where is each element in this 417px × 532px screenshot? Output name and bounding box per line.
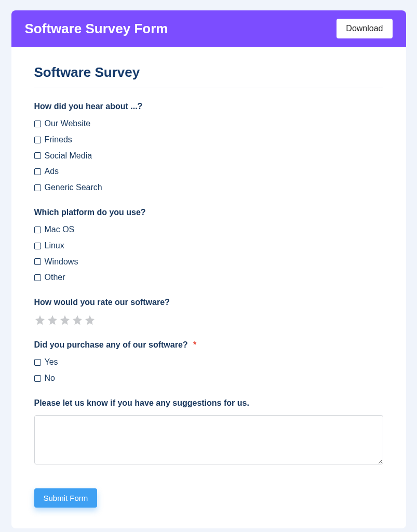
option-label: Social Media — [45, 151, 92, 162]
star-icon[interactable] — [34, 314, 46, 326]
star-rating — [34, 314, 383, 326]
option-row: Other — [34, 272, 383, 283]
question-label: Did you purchase any of our software? * — [34, 340, 383, 350]
option-label: Ads — [45, 166, 59, 177]
option-row: Linux — [34, 241, 383, 251]
star-icon[interactable] — [72, 314, 83, 326]
star-icon[interactable] — [59, 314, 71, 326]
option-row: Yes — [34, 357, 383, 368]
submit-button[interactable]: Submit Form — [34, 488, 98, 508]
option-label: Mac OS — [45, 224, 75, 235]
question-suggestions: Please let us know if you have any sugge… — [34, 398, 383, 467]
question-label: Which platform do you use? — [34, 208, 383, 217]
required-mark: * — [193, 340, 196, 349]
checkbox-linux[interactable] — [34, 243, 41, 249]
question-label: How would you rate our software? — [34, 298, 383, 307]
checkbox-other[interactable] — [34, 274, 41, 281]
checkbox-ads[interactable] — [34, 168, 41, 175]
survey-form-container: Software Survey Form Download Software S… — [11, 10, 406, 528]
checkbox-yes[interactable] — [34, 359, 41, 366]
option-row: Frineds — [34, 135, 383, 145]
question-label: How did you hear about ...? — [34, 102, 383, 111]
checkbox-no[interactable] — [34, 375, 41, 382]
form-title: Software Survey — [34, 64, 383, 87]
checkbox-windows[interactable] — [34, 258, 41, 265]
option-row: Our Website — [34, 118, 383, 129]
option-row: Mac OS — [34, 224, 383, 235]
checkbox-generic-search[interactable] — [34, 184, 41, 191]
question-purchase: Did you purchase any of our software? * … — [34, 340, 383, 384]
checkbox-friends[interactable] — [34, 137, 41, 143]
star-icon[interactable] — [47, 314, 58, 326]
question-label-text: Did you purchase any of our software? — [34, 340, 188, 349]
option-label: Linux — [45, 241, 64, 251]
option-label: Windows — [45, 257, 78, 268]
star-icon[interactable] — [84, 314, 96, 326]
option-label: Other — [45, 272, 65, 283]
suggestions-textarea[interactable] — [34, 415, 383, 464]
question-label: Please let us know if you have any sugge… — [34, 398, 383, 408]
option-label: Generic Search — [45, 182, 102, 193]
question-platform: Which platform do you use? Mac OS Linux … — [34, 208, 383, 283]
question-hear-about: How did you hear about ...? Our Website … — [34, 102, 383, 193]
header-title: Software Survey Form — [25, 21, 168, 37]
question-rating: How would you rate our software? — [34, 298, 383, 326]
option-row: Ads — [34, 166, 383, 177]
checkbox-macos[interactable] — [34, 227, 41, 233]
option-label: Our Website — [45, 118, 91, 129]
option-row: No — [34, 373, 383, 384]
option-label: No — [45, 373, 55, 384]
checkbox-social-media[interactable] — [34, 152, 41, 159]
download-button[interactable]: Download — [337, 19, 392, 38]
option-row: Social Media — [34, 151, 383, 162]
option-label: Frineds — [45, 135, 72, 145]
header-bar: Software Survey Form Download — [11, 10, 406, 47]
option-row: Windows — [34, 257, 383, 268]
option-label: Yes — [45, 357, 58, 368]
checkbox-our-website[interactable] — [34, 121, 41, 127]
form-body: Software Survey How did you hear about .… — [11, 47, 406, 528]
option-row: Generic Search — [34, 182, 383, 193]
